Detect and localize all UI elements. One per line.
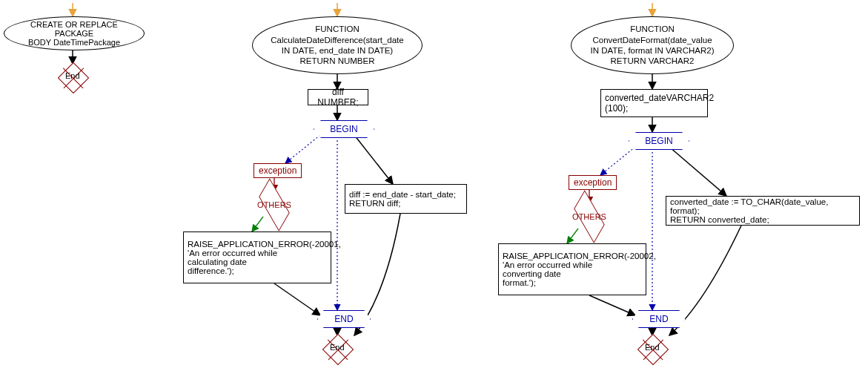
- svg-line-5: [285, 135, 320, 163]
- f1-others-node: OTHERS: [248, 191, 300, 218]
- f2-header-node: FUNCTION ConvertDateFormat(date_value IN…: [571, 16, 734, 74]
- f2-exception-node: exception: [569, 175, 617, 190]
- svg-line-15: [600, 147, 635, 175]
- f1-begin-text: BEGIN: [330, 124, 357, 134]
- f2-begin-text: BEGIN: [645, 136, 672, 146]
- f2-end-label: End: [645, 343, 660, 352]
- f1-decl-text: diff NUMBER;: [312, 87, 364, 108]
- f1-exception-text: exception: [259, 165, 296, 176]
- f2-begin-node: BEGIN: [629, 132, 689, 150]
- svg-line-9: [252, 217, 263, 232]
- f1-exception-node: exception: [254, 163, 302, 178]
- f2-decl-text: converted_dateVARCHAR2 (100);: [605, 93, 714, 114]
- svg-line-19: [567, 229, 578, 243]
- package-header-text: CREATE OR REPLACE PACKAGE BODY DateTimeP…: [12, 20, 136, 47]
- f1-end-label: End: [330, 343, 345, 352]
- f1-decl-node: diff NUMBER;: [308, 89, 368, 105]
- svg-line-16: [669, 147, 726, 196]
- f1-others-text: OTHERS: [257, 200, 291, 209]
- f1-endhex-text: END: [334, 314, 353, 324]
- f2-decl-node: converted_dateVARCHAR2 (100);: [600, 89, 708, 117]
- f2-endhex-node: END: [632, 310, 686, 328]
- svg-line-10: [274, 283, 320, 315]
- f2-endhex-text: END: [649, 314, 668, 324]
- f2-raise-text: RAISE_APPLICATION_ERROR(-20002, 'An erro…: [503, 252, 656, 287]
- svg-line-20: [589, 295, 635, 315]
- f1-begin-node: BEGIN: [314, 120, 374, 138]
- package-end-label: End: [65, 71, 80, 80]
- package-header-node: CREATE OR REPLACE PACKAGE BODY DateTimeP…: [4, 16, 145, 50]
- f2-raise-node: RAISE_APPLICATION_ERROR(-20002, 'An erro…: [498, 243, 646, 295]
- f2-body-node: converted_date := TO_CHAR(date_value, fo…: [666, 196, 860, 226]
- f1-raise-node: RAISE_APPLICATION_ERROR(-20001, 'An erro…: [183, 232, 331, 283]
- f2-body-text: converted_date := TO_CHAR(date_value, fo…: [670, 197, 855, 224]
- svg-line-6: [354, 135, 393, 184]
- f1-header-node: FUNCTION CalculateDateDifference(start_d…: [252, 16, 423, 74]
- f1-body-node: diff := end_date - start_date; RETURN di…: [345, 184, 467, 214]
- f1-header-text: FUNCTION CalculateDateDifference(start_d…: [271, 24, 403, 67]
- f2-others-node: OTHERS: [563, 203, 615, 230]
- f2-exception-text: exception: [574, 177, 612, 188]
- f2-header-text: FUNCTION ConvertDateFormat(date_value IN…: [591, 24, 715, 67]
- f2-others-text: OTHERS: [572, 212, 606, 221]
- f1-endhex-node: END: [317, 310, 371, 328]
- f1-raise-text: RAISE_APPLICATION_ERROR(-20001, 'An erro…: [188, 240, 341, 275]
- f1-body-text: diff := end_date - start_date; RETURN di…: [349, 190, 456, 208]
